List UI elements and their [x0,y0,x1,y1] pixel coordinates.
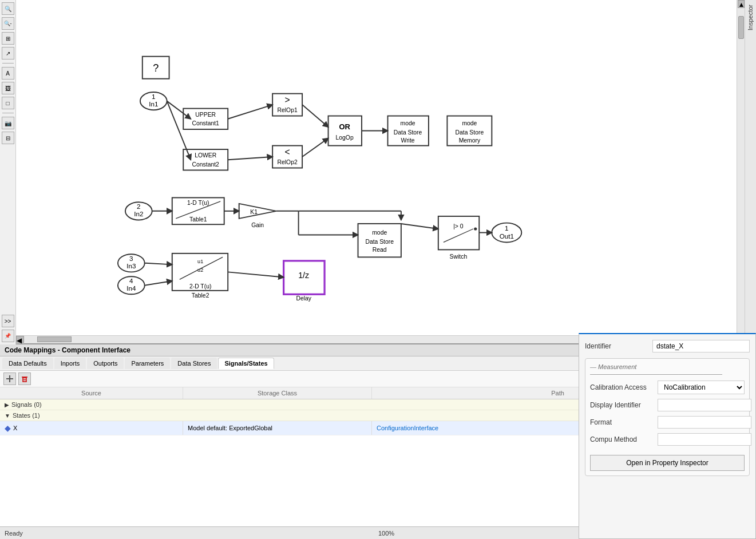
identifier-label: Identifier [585,342,648,350]
diamond-icon: ◆ [5,423,11,433]
svg-text:LOWER: LOWER [195,152,217,158]
svg-text:Memory: Memory [459,137,481,144]
pin-btn[interactable]: 📌 [2,330,14,342]
svg-text:3: 3 [129,255,133,262]
compu-method-row: Compu Method [590,433,745,446]
arrow-btn[interactable]: ↗ [2,47,14,60]
svg-text:Table2: Table2 [192,292,209,299]
panel-title: Code Mappings - Component Interface [5,346,130,354]
svg-text:Data Store: Data Store [394,129,422,136]
collapse-icon: ▼ [5,413,10,419]
table-icon-btn[interactable]: ⊟ [2,132,14,144]
svg-text:Data Store: Data Store [456,129,484,136]
zoom-in-btn[interactable]: 🔍 [2,2,14,15]
inspector-tab[interactable]: Inspector [745,0,756,35]
svg-text:In1: In1 [149,100,158,108]
svg-text:LogOp: LogOp [336,134,354,141]
svg-text:2: 2 [137,203,141,210]
tab-data-stores[interactable]: Data Stores [171,358,217,369]
measurement-section: — Measurement ————————————————————— Cali… [585,358,750,476]
header-source: Source [0,387,183,399]
svg-rect-86 [9,375,10,382]
svg-text:RelOp2: RelOp2 [278,159,298,165]
display-identifier-row: Display Identifier [590,399,745,411]
add-row-btn[interactable] [3,372,16,385]
svg-text:UPPER: UPPER [195,112,216,118]
svg-text:1-D T(u): 1-D T(u) [187,200,209,206]
svg-text:u1: u1 [197,259,203,264]
separator-2 [2,113,14,113]
svg-point-53 [474,227,477,230]
group-states-label: States (1) [13,412,40,419]
svg-text:Constant1: Constant1 [192,120,220,126]
svg-text:<: < [285,147,290,157]
svg-text:RelOp1: RelOp1 [278,107,298,113]
svg-text:mode: mode [401,120,415,126]
svg-text:1: 1 [505,224,509,232]
format-label: Format [590,418,653,426]
row-source: ◆ X [0,421,183,435]
scroll-thumb[interactable] [738,16,744,39]
tab-parameters[interactable]: Parameters [125,358,170,369]
row-source-name: X [13,425,17,431]
open-property-inspector-btn[interactable]: Open in Property Inspector [590,455,745,471]
svg-text:Read: Read [373,247,387,253]
display-identifier-label: Display Identifier [590,401,653,409]
diagram-svg: ? 1 In1 UPPER Constant1 LOWER Constant2 … [16,0,745,343]
separator-1 [2,63,14,64]
header-storage-class: Storage Class [183,387,372,399]
vertical-scrollbar[interactable]: ▲ ▼ [737,0,745,343]
tab-inports[interactable]: Inports [54,358,86,369]
identifier-row: Identifier [585,340,750,352]
tab-data-defaults[interactable]: Data Defaults [2,358,53,369]
expand-icon: ▶ [5,402,9,408]
svg-text:1/z: 1/z [298,271,309,280]
svg-text:Delay: Delay [296,295,311,302]
identifier-input[interactable] [652,340,750,352]
svg-text:Write: Write [401,137,415,144]
svg-text:Switch: Switch [450,253,468,260]
camera-btn[interactable]: 📷 [2,117,14,129]
display-identifier-input[interactable] [658,399,751,411]
right-panel: Inspector [745,0,756,344]
tab-signals-states[interactable]: Signals/States [218,358,274,369]
calibration-access-label: Calibration Access [590,383,653,391]
svg-rect-50 [438,216,479,249]
svg-text:In4: In4 [126,284,136,292]
calibration-access-row: Calibration Access NoCalibration ReadOnl… [590,381,745,394]
compu-method-label: Compu Method [590,435,653,443]
simulink-canvas: ? 1 In1 UPPER Constant1 LOWER Constant2 … [16,0,745,344]
svg-text:mode: mode [462,120,477,126]
svg-text:Constant2: Constant2 [192,161,220,168]
calibration-access-select[interactable]: NoCalibration ReadOnly ReadWrite [658,381,745,394]
svg-text:mode: mode [372,229,387,236]
text-btn[interactable]: A [2,67,14,80]
zoom-out-btn[interactable]: 🔍- [2,17,14,30]
status-ready: Ready [5,530,62,537]
svg-text:In2: In2 [134,210,143,217]
svg-rect-88 [23,378,26,382]
group-signals-label: Signals (0) [11,401,42,408]
svg-text:?: ? [153,62,159,74]
row-storage-class: Model default: ExportedGlobal [183,421,372,435]
image-btn[interactable]: 🖼 [2,82,14,94]
property-inspector-panel: Identifier — Measurement ———————————————… [579,333,756,539]
svg-text:Data Store: Data Store [365,239,394,245]
svg-text:4: 4 [129,277,133,284]
svg-text:|> 0: |> 0 [453,223,464,229]
more-btn[interactable]: >> [2,315,14,327]
compu-method-input[interactable] [658,433,751,446]
svg-text:>: > [285,95,290,105]
svg-text:In3: In3 [126,262,136,270]
svg-text:Gain: Gain [251,222,264,228]
format-input[interactable] [658,416,751,429]
svg-text:Table1: Table1 [189,216,207,223]
measurement-title: — Measurement ————————————————————— [590,363,745,377]
svg-text:1: 1 [152,93,156,100]
rect-btn[interactable]: □ [2,97,14,109]
fit-btn[interactable]: ⊞ [2,32,14,45]
svg-text:2-D T(u): 2-D T(u) [189,283,211,290]
tab-outports[interactable]: Outports [87,358,124,369]
remove-row-btn[interactable] [18,372,31,385]
left-toolbar: 🔍 🔍- ⊞ ↗ A 🖼 □ 📷 ⊟ >> 📌 [0,0,16,344]
